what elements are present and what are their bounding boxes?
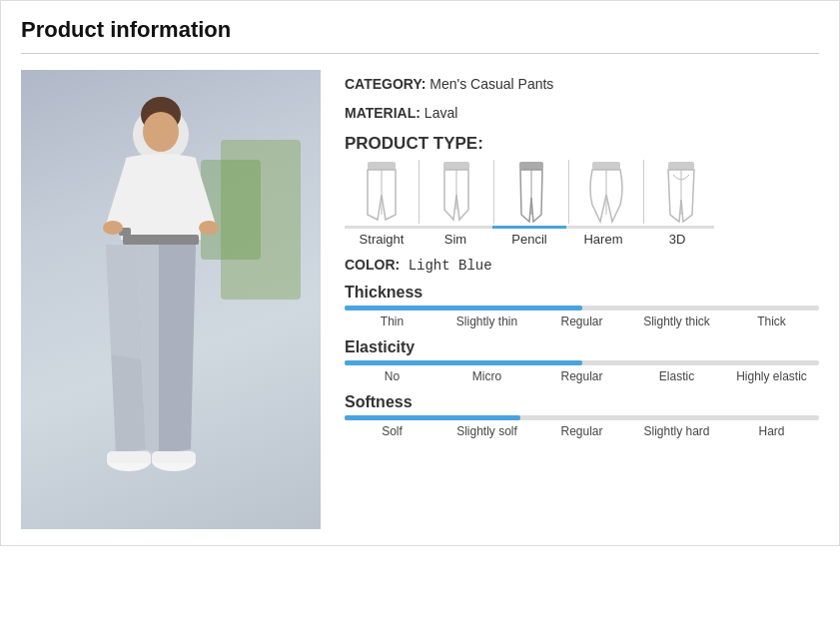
gauge-bar-softness (345, 415, 819, 420)
gauge-elasticity: ElasticityNoMicroRegularElasticHighly el… (345, 338, 819, 383)
category-value: Men's Casual Pants (429, 76, 553, 92)
type-item-sim[interactable] (420, 160, 493, 224)
gauge-thickness: ThicknessThinSlightly thinRegularSlightl… (345, 284, 819, 328)
gauge-label-item: No (345, 369, 439, 383)
gauge-label-item: Regular (534, 369, 629, 383)
gauge-labels-softness: SolfSlightly solfRegularSlightly hardHar… (345, 424, 819, 438)
gauge-title-elasticity: Elasticity (345, 338, 819, 356)
gauge-labels-elasticity: NoMicroRegularElasticHighly elastic (345, 369, 819, 383)
page-title: Product information (21, 17, 819, 54)
material-value: Laval (424, 105, 457, 121)
type-item-pencil[interactable] (494, 160, 568, 224)
svg-point-11 (103, 221, 123, 235)
gauge-label-item: Thick (724, 315, 819, 328)
type-item-3d[interactable] (644, 160, 718, 224)
color-label: COLOR: (345, 257, 400, 273)
type-item-harem[interactable] (569, 160, 643, 224)
gauge-label-item: Highly elastic (724, 369, 819, 383)
type-item-straight[interactable] (345, 160, 419, 224)
gauge-label-item: Slightly thick (629, 315, 724, 328)
product-type-heading: PRODUCT TYPE: (345, 134, 819, 154)
svg-rect-19 (592, 162, 620, 170)
gauge-label-item: Regular (534, 315, 629, 328)
type-label-sim: Sim (419, 232, 492, 247)
gauge-fill-thickness (345, 306, 582, 311)
material-row: MATERIAL: Laval (345, 103, 819, 124)
type-labels-row: Straight Sim Pencil Harem 3D (345, 232, 819, 247)
gauge-label-item: Hard (724, 424, 819, 438)
svg-rect-9 (152, 451, 196, 463)
svg-rect-21 (668, 162, 694, 170)
gauge-fill-softness (345, 415, 520, 420)
gauges-container: ThicknessThinSlightly thinRegularSlightl… (345, 284, 819, 438)
type-icons-row (345, 160, 819, 224)
gauge-softness: SoftnessSolfSlightly solfRegularSlightly… (345, 393, 819, 438)
svg-rect-5 (123, 235, 199, 245)
gauge-fill-elasticity (345, 360, 582, 365)
gauge-bar-thickness (345, 306, 819, 311)
gauge-label-item: Regular (534, 424, 629, 438)
category-row: CATEGORY: Men's Casual Pants (345, 74, 819, 95)
color-value: Light Blue (409, 258, 492, 274)
gauge-label-item: Slightly solf (439, 424, 534, 438)
type-label-3d: 3D (640, 232, 714, 247)
type-label-pencil: Pencil (492, 232, 566, 247)
gauge-label-item: Thin (345, 315, 439, 328)
gauge-label-item: Elastic (629, 369, 724, 383)
gauge-labels-thickness: ThinSlightly thinRegularSlightly thickTh… (345, 315, 819, 328)
material-label: MATERIAL: (345, 105, 420, 121)
product-type-section: Straight Sim Pencil Harem 3D (345, 160, 819, 247)
product-info-area: CATEGORY: Men's Casual Pants MATERIAL: L… (345, 70, 819, 529)
gauge-title-softness: Softness (345, 393, 819, 411)
svg-point-12 (199, 221, 219, 235)
svg-rect-17 (519, 162, 543, 170)
gauge-bar-elasticity (345, 360, 819, 365)
gauge-label-item: Slightly thin (439, 315, 534, 328)
type-label-straight: Straight (345, 232, 419, 247)
gauge-label-item: Micro (439, 369, 534, 383)
gauge-label-item: Solf (345, 424, 439, 438)
product-image (21, 70, 321, 529)
svg-rect-13 (368, 162, 396, 170)
svg-rect-15 (443, 162, 469, 170)
svg-point-4 (143, 112, 179, 152)
gauge-label-item: Slightly hard (629, 424, 724, 438)
svg-rect-7 (107, 451, 151, 463)
color-row: COLOR: Light Blue (345, 257, 819, 274)
type-label-harem: Harem (566, 232, 640, 247)
category-label: CATEGORY: (345, 76, 425, 92)
gauge-title-thickness: Thickness (345, 284, 819, 302)
